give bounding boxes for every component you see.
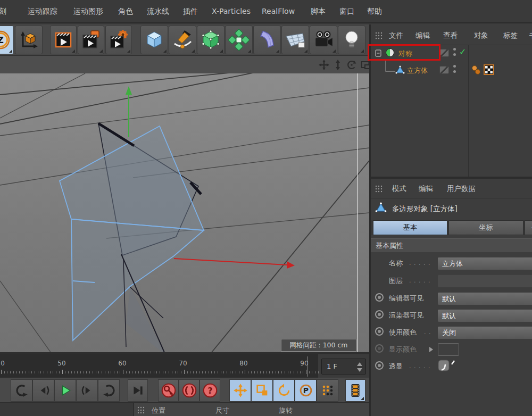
am-menu-edit[interactable]: 编辑 xyxy=(419,184,433,194)
x-axis-arrow[interactable] xyxy=(174,259,295,269)
menu-mograph[interactable]: 运动图形 xyxy=(73,7,103,16)
floor-button[interactable] xyxy=(281,26,309,54)
keyframe-radio[interactable] xyxy=(375,344,384,353)
record-keyframe-button[interactable] xyxy=(158,379,179,402)
highlight-red-box xyxy=(368,44,440,61)
viewport-3d[interactable]: 网格间距 : 100 cm xyxy=(0,73,369,352)
name-input[interactable]: 立方体 xyxy=(438,257,532,270)
renderer-visibility-dot[interactable] xyxy=(453,70,456,73)
record-position-icon xyxy=(233,383,248,398)
cube-icon xyxy=(144,29,165,51)
panel-handle-icon[interactable] xyxy=(137,406,147,414)
record-scale-button[interactable] xyxy=(251,379,273,402)
keyframe-radio[interactable] xyxy=(375,310,384,319)
goto-start-button[interactable] xyxy=(11,379,32,402)
editor-visibility-dropdown[interactable]: 默认 xyxy=(438,292,532,305)
add-cube-button[interactable] xyxy=(140,26,168,54)
layer-toggle[interactable] xyxy=(439,66,449,74)
spline-pen-button[interactable] xyxy=(169,26,196,54)
subdivision-surface-button[interactable] xyxy=(197,26,225,54)
record-parameter-button[interactable]: P xyxy=(295,379,317,402)
current-frame-value: 1 F xyxy=(327,362,337,370)
play-to-end-button[interactable] xyxy=(128,379,148,402)
editor-visibility-dot[interactable] xyxy=(453,65,456,68)
xray-checkbox[interactable] xyxy=(438,359,459,373)
keyframe-selection-button[interactable]: ? xyxy=(200,379,220,402)
current-frame-field[interactable]: 1 F xyxy=(321,359,366,375)
keyframe-radio[interactable] xyxy=(375,327,384,336)
deformer-button[interactable] xyxy=(253,26,281,54)
menu-sculpt[interactable]: 雕刻 xyxy=(0,7,6,16)
cloner-button[interactable] xyxy=(225,26,253,54)
timeline-window-button[interactable] xyxy=(345,379,365,402)
floor-icon xyxy=(285,29,306,51)
render-settings-icon xyxy=(108,29,129,51)
texture-tag-icon[interactable] xyxy=(484,64,494,75)
renderer-visibility-dot[interactable] xyxy=(453,53,456,56)
display-color-swatch[interactable] xyxy=(438,343,459,356)
goto-end-button[interactable] xyxy=(98,379,120,402)
right-panel: 文件 编辑 查看 对象 标签 书签 对称 ✓ 立方体 xyxy=(369,24,532,416)
om-menu-file[interactable]: 文件 xyxy=(389,31,403,40)
prev-key-button[interactable] xyxy=(32,379,54,402)
keyframe-radio[interactable] xyxy=(375,361,384,370)
frame-spinner[interactable] xyxy=(357,362,362,372)
om-menu-edit[interactable]: 编辑 xyxy=(415,31,430,40)
use-color-dropdown[interactable]: 关闭 xyxy=(438,326,532,339)
zoom-view-icon[interactable] xyxy=(332,60,343,70)
render-view-button[interactable] xyxy=(50,26,77,54)
record-rotation-button[interactable] xyxy=(273,379,295,402)
viewport-header xyxy=(0,55,369,73)
move-view-icon[interactable] xyxy=(319,60,329,70)
menu-window[interactable]: 窗口 xyxy=(339,7,354,16)
tool-z-button[interactable]: Z xyxy=(0,26,14,54)
phong-tag-icon[interactable] xyxy=(471,65,481,76)
next-key-button[interactable] xyxy=(76,379,98,402)
play-button[interactable] xyxy=(54,379,76,402)
am-menu-userdata[interactable]: 用户数据 xyxy=(447,184,476,194)
y-axis-arrow[interactable] xyxy=(126,86,132,137)
prev-key-icon xyxy=(37,384,51,397)
om-menu-view[interactable]: 查看 xyxy=(443,31,458,40)
object-row-cube[interactable]: 立方体 xyxy=(371,63,532,80)
rotate-view-icon[interactable] xyxy=(346,60,357,70)
menu-script[interactable]: 脚本 xyxy=(311,7,326,16)
keyframe-radio[interactable] xyxy=(375,293,384,302)
section-basic-properties[interactable]: 基本属性 xyxy=(371,238,532,252)
tab-phong[interactable]: 平 xyxy=(525,220,532,235)
renderer-visibility-dropdown[interactable]: 默认 xyxy=(438,309,532,322)
render-settings-button[interactable] xyxy=(105,26,132,54)
menu-character[interactable]: 角色 xyxy=(118,7,133,16)
menu-motion-tracker[interactable]: 运动跟踪 xyxy=(28,7,57,16)
panel-handle-icon[interactable] xyxy=(375,185,385,193)
editor-visibility-dot[interactable] xyxy=(453,48,456,51)
layer-input[interactable] xyxy=(438,274,532,287)
panel-handle-icon[interactable] xyxy=(375,32,385,39)
polygon-object-icon xyxy=(395,65,405,75)
render-picture-viewer-button[interactable] xyxy=(78,26,104,54)
menu-help[interactable]: 帮助 xyxy=(367,7,382,16)
am-menu-mode[interactable]: 模式 xyxy=(392,184,406,194)
layer-toggle[interactable] xyxy=(439,49,449,57)
leader-dots: . . xyxy=(424,329,431,336)
menu-realflow[interactable]: RealFlow xyxy=(262,7,295,15)
tab-coordinates[interactable]: 坐标 xyxy=(448,220,523,235)
timeline-ruler[interactable]: 0 50 60 70 80 90 xyxy=(0,354,318,378)
om-menu-objects[interactable]: 对象 xyxy=(474,31,488,40)
record-position-button[interactable] xyxy=(229,379,251,402)
record-scale-icon xyxy=(255,383,270,398)
expand-arrow-icon[interactable] xyxy=(429,347,433,352)
menu-xparticles[interactable]: X-Particles xyxy=(212,7,251,15)
coordinate-system-button[interactable] xyxy=(15,26,43,54)
object-name-cube[interactable]: 立方体 xyxy=(407,66,428,76)
om-menu-tags[interactable]: 标签 xyxy=(503,31,518,40)
om-menu-bookmarks[interactable]: 书签 xyxy=(529,31,532,40)
menu-plugins[interactable]: 插件 xyxy=(183,7,198,16)
light-button[interactable] xyxy=(338,26,365,54)
menu-pipeline[interactable]: 流水线 xyxy=(147,7,169,16)
camera-button[interactable] xyxy=(310,26,337,54)
tab-basic[interactable]: 基本 xyxy=(373,220,447,235)
autokey-button[interactable] xyxy=(179,379,200,402)
enabled-check-icon[interactable]: ✓ xyxy=(459,47,466,57)
record-pla-button[interactable] xyxy=(317,379,338,402)
